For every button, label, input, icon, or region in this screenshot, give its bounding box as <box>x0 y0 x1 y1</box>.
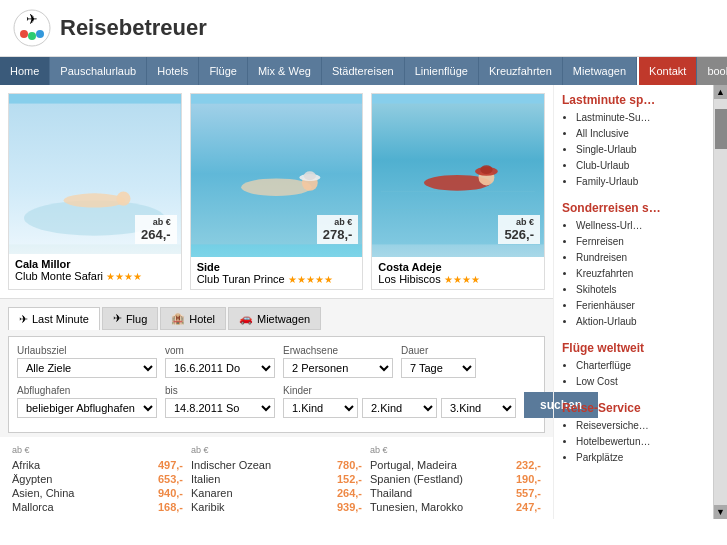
dest-item: Indischer Ozean 780,- <box>191 459 362 471</box>
search-form: Urlaubsziel Alle Ziele vom 16.6.2011 Do … <box>8 336 545 433</box>
dest-col-2: ab € Indischer Ozean 780,- Italien 152,-… <box>187 445 366 515</box>
nav-hotels[interactable]: Hotels <box>147 57 199 85</box>
scrollbar-down-button[interactable]: ▼ <box>714 505 728 519</box>
bis-select[interactable]: 14.8.2011 So <box>165 398 275 418</box>
list-item[interactable]: Low Cost <box>576 375 705 389</box>
card-3-info: Costa Adeje Los Hibiscos ★★★★ <box>372 257 544 289</box>
list-item[interactable]: Fernreisen <box>576 235 705 249</box>
card-2-subtitle: Club Turan Prince ★★★★★ <box>197 273 357 285</box>
scrollbar-thumb[interactable] <box>715 109 727 149</box>
scrollbar-up-button[interactable]: ▲ <box>714 85 728 99</box>
sidebar-sonder: Sonderreisen s… Wellness-Url… Fernreisen… <box>562 201 705 329</box>
nav-kontakt[interactable]: Kontakt <box>637 57 697 85</box>
kind3-select[interactable]: 3.Kind <box>441 398 516 418</box>
svg-text:✈: ✈ <box>26 11 38 27</box>
sidebar-service-list: Reiseversiche… Hotelbewertun… Parkplätze <box>562 419 705 465</box>
nav-fluege[interactable]: Flüge <box>199 57 248 85</box>
card-2-info: Side Club Turan Prince ★★★★★ <box>191 257 363 289</box>
card-1: ab € 264,- Cala Millor Club Monte Safari… <box>8 93 182 290</box>
sidebar: Lastminute sp… Lastminute-Su… All Inclus… <box>553 85 713 519</box>
list-item[interactable]: Wellness-Url… <box>576 219 705 233</box>
vom-label: vom <box>165 345 275 356</box>
destinations-grid: ab € Afrika 497,- Ägypten 653,- Asien, C… <box>0 437 553 519</box>
sidebar-service-title: Reise-Service <box>562 401 705 415</box>
sidebar-fluege-title: Flüge weltweit <box>562 341 705 355</box>
nav-pauschal[interactable]: Pauschalurlaub <box>50 57 147 85</box>
erwachsene-select[interactable]: 2 Personen <box>283 358 393 378</box>
list-item[interactable]: Hotelbewertun… <box>576 435 705 449</box>
form-row-2: Abflughafen beliebiger Abflughafen bis 1… <box>17 384 536 418</box>
dest-col-2-header: ab € <box>191 445 362 455</box>
list-item[interactable]: Reiseversiche… <box>576 419 705 433</box>
dest-item: Asien, China 940,- <box>12 487 183 499</box>
dest-item: Italien 152,- <box>191 473 362 485</box>
form-dauer: Dauer 7 Tage <box>401 345 476 378</box>
list-item[interactable]: Charterflüge <box>576 359 705 373</box>
card-3: ab € 526,- Costa Adeje Los Hibiscos ★★★★ <box>371 93 545 290</box>
list-item[interactable]: Club-Urlaub <box>576 159 705 173</box>
dest-item: Tunesien, Marokko 247,- <box>370 501 541 513</box>
tab-flug[interactable]: ✈ Flug <box>102 307 158 330</box>
erwachsene-label: Erwachsene <box>283 345 393 356</box>
list-item[interactable]: Single-Urlaub <box>576 143 705 157</box>
car-icon: 🚗 <box>239 312 253 325</box>
dest-col-1: ab € Afrika 497,- Ägypten 653,- Asien, C… <box>8 445 187 515</box>
nav-staedte[interactable]: Städtereisen <box>322 57 405 85</box>
nav-bookmark[interactable]: bookmark <box>697 57 727 85</box>
list-item[interactable]: Kreuzfahrten <box>576 267 705 281</box>
list-item[interactable]: Skihotels <box>576 283 705 297</box>
tab-lastminute[interactable]: ✈ Last Minute <box>8 307 100 330</box>
list-item[interactable]: Ferienhäuser <box>576 299 705 313</box>
plane-icon: ✈ <box>19 313 28 326</box>
nav-home[interactable]: Home <box>0 57 50 85</box>
hotel-icon: 🏨 <box>171 312 185 325</box>
dest-col-3: ab € Portugal, Madeira 232,- Spanien (Fe… <box>366 445 545 515</box>
dest-item: Kanaren 264,- <box>191 487 362 499</box>
kind2-select[interactable]: 2.Kind <box>362 398 437 418</box>
site-title: Reisebetreuer <box>60 15 207 41</box>
card-2-price: ab € 278,- <box>317 215 359 244</box>
dest-col-3-header: ab € <box>370 445 541 455</box>
dest-item: Thailand 557,- <box>370 487 541 499</box>
tab-hotel[interactable]: 🏨 Hotel <box>160 307 226 330</box>
kinder-label: Kinder <box>283 385 516 396</box>
svg-point-14 <box>303 171 315 180</box>
tab-mietwagen[interactable]: 🚗 Mietwagen <box>228 307 321 330</box>
right-wrapper: Lastminute sp… Lastminute-Su… All Inclus… <box>553 85 727 519</box>
dauer-label: Dauer <box>401 345 476 356</box>
card-1-subtitle: Club Monte Safari ★★★★ <box>15 270 175 282</box>
bis-label: bis <box>165 385 275 396</box>
ziel-select[interactable]: Alle Ziele <box>17 358 157 378</box>
vom-select[interactable]: 16.6.2011 Do <box>165 358 275 378</box>
search-area: ✈ Last Minute ✈ Flug 🏨 Hotel 🚗 Mietwagen <box>0 298 553 437</box>
list-item[interactable]: Family-Urlaub <box>576 175 705 189</box>
sidebar-service: Reise-Service Reiseversiche… Hotelbewert… <box>562 401 705 465</box>
list-item[interactable]: Lastminute-Su… <box>576 111 705 125</box>
sidebar-sonder-list: Wellness-Url… Fernreisen Rundreisen Kreu… <box>562 219 705 329</box>
dest-item: Afrika 497,- <box>12 459 183 471</box>
list-item[interactable]: Aktion-Urlaub <box>576 315 705 329</box>
sidebar-lastminute: Lastminute sp… Lastminute-Su… All Inclus… <box>562 93 705 189</box>
form-abflug: Abflughafen beliebiger Abflughafen <box>17 385 157 418</box>
nav-kreuz[interactable]: Kreuzfahrten <box>479 57 563 85</box>
card-3-subtitle: Los Hibiscos ★★★★ <box>378 273 538 285</box>
scrollbar: ▲ ▼ <box>713 85 727 519</box>
list-item[interactable]: Rundreisen <box>576 251 705 265</box>
form-ziel: Urlaubsziel Alle Ziele <box>17 345 157 378</box>
dest-item: Spanien (Festland) 190,- <box>370 473 541 485</box>
sidebar-fluege: Flüge weltweit Charterflüge Low Cost <box>562 341 705 389</box>
card-2-title: Side <box>197 261 357 273</box>
abflug-select[interactable]: beliebiger Abflughafen <box>17 398 157 418</box>
nav-mix[interactable]: Mix & Weg <box>248 57 322 85</box>
svg-point-21 <box>481 165 493 174</box>
travel-cards: ab € 264,- Cala Millor Club Monte Safari… <box>0 85 553 298</box>
list-item[interactable]: Parkplätze <box>576 451 705 465</box>
nav-linien[interactable]: Linienflüge <box>405 57 479 85</box>
dauer-select[interactable]: 7 Tage <box>401 358 476 378</box>
svg-point-2 <box>20 30 28 38</box>
kind1-select[interactable]: 1.Kind <box>283 398 358 418</box>
content-area: ab € 264,- Cala Millor Club Monte Safari… <box>0 85 553 519</box>
list-item[interactable]: All Inclusive <box>576 127 705 141</box>
card-2: ab € 278,- Side Club Turan Prince ★★★★★ <box>190 93 364 290</box>
nav-miet[interactable]: Mietwagen <box>563 57 637 85</box>
